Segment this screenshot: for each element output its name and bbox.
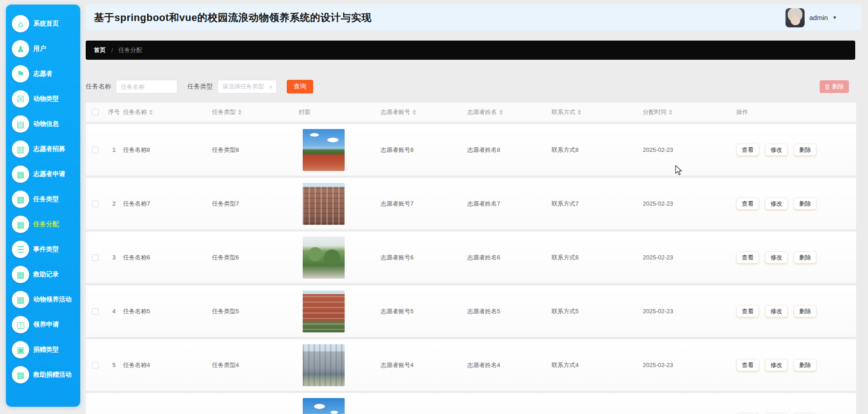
- sidebar-item-label: 救助记录: [33, 270, 59, 279]
- cell-volunteer-account: 志愿者账号7: [381, 200, 467, 208]
- view-button[interactable]: 查看: [736, 305, 759, 317]
- task-type-label: 任务类型: [187, 83, 213, 91]
- row-checkbox[interactable]: [92, 147, 98, 153]
- sidebar-item-动物领养活动[interactable]: ▦动物领养活动: [6, 287, 80, 312]
- column-header-contact[interactable]: 联系方式: [552, 108, 643, 116]
- cell-volunteer-account: 志愿者账号8: [381, 146, 467, 154]
- cell-volunteer-name: 志愿者姓名7: [467, 200, 552, 208]
- cell-assign-date: 2025-02-23: [643, 362, 729, 368]
- sort-desc-icon: [669, 113, 672, 115]
- cell-actions: 查看修改删除: [729, 305, 856, 317]
- task-name-label: 任务名称: [86, 83, 111, 91]
- edit-button[interactable]: 修改: [765, 197, 788, 210]
- sidebar-item-志愿者[interactable]: ⚑志愿者: [6, 61, 80, 86]
- delete-button[interactable]: 删除: [794, 251, 816, 264]
- edit-button[interactable]: 修改: [765, 144, 788, 156]
- sort-desc-icon: [499, 113, 503, 115]
- edit-button[interactable]: 修改: [765, 359, 788, 371]
- cell-index: 2: [105, 200, 123, 207]
- sidebar-item-救助捐赠活动[interactable]: ▦救助捐赠活动: [6, 362, 80, 387]
- sort-icon[interactable]: [149, 109, 153, 115]
- cover-image: [303, 183, 345, 225]
- row-checkbox-cell: [86, 362, 105, 368]
- sidebar-item-动物信息[interactable]: ▤动物信息: [6, 111, 80, 136]
- sidebar-item-志愿者申请[interactable]: ▦志愿者申请: [6, 161, 80, 186]
- task-name-input[interactable]: [116, 80, 177, 93]
- sidebar-item-动物类型[interactable]: ☒动物类型: [6, 86, 80, 111]
- sidebar-item-领养申请[interactable]: ◫领养申请: [6, 312, 80, 337]
- cell-task-name: 任务名称8: [123, 146, 212, 154]
- sidebar-item-捐赠类型[interactable]: ▣捐赠类型: [6, 337, 80, 362]
- table-row: 6任务名称3任务类型3志愿者账号3志愿者姓名3联系方式32025-02-23查看…: [86, 393, 856, 414]
- search-button[interactable]: 查询: [287, 80, 313, 93]
- column-header-type[interactable]: 任务类型: [212, 108, 299, 116]
- grid-icon: ▦: [12, 291, 29, 308]
- column-header-label: 联系方式: [552, 108, 575, 116]
- sort-icon[interactable]: [238, 109, 242, 115]
- column-header-person[interactable]: 志愿者姓名: [467, 108, 552, 116]
- delete-button[interactable]: 删除: [794, 359, 816, 371]
- view-button[interactable]: 查看: [736, 197, 759, 210]
- row-checkbox[interactable]: [92, 201, 98, 207]
- sort-icon[interactable]: [669, 109, 672, 115]
- main-content: 基于springboot和vue的校园流浪动物领养系统的设计与实现 admin …: [86, 0, 862, 414]
- row-checkbox-cell: [86, 254, 105, 261]
- sidebar-item-救助记录[interactable]: ▦救助记录: [6, 262, 80, 287]
- batch-delete-label: 删除: [832, 83, 844, 91]
- select-all-checkbox[interactable]: [92, 109, 98, 115]
- filter-bar: 任务名称 任务类型 请选择任务类型 ∨ 查询 删除: [86, 79, 862, 94]
- sort-asc-icon: [238, 109, 242, 112]
- clipboard-x-icon: ☒: [12, 90, 29, 108]
- table-row: 5任务名称4任务类型4志愿者账号4志愿者姓名4联系方式42025-02-23查看…: [86, 339, 856, 391]
- sidebar-item-志愿者招募[interactable]: ▥志愿者招募: [6, 136, 80, 161]
- cell-contact: 联系方式5: [552, 307, 643, 316]
- sort-icon[interactable]: [578, 109, 581, 115]
- user-menu[interactable]: admin ▼: [785, 8, 853, 27]
- view-button[interactable]: 查看: [736, 251, 759, 264]
- sidebar-item-任务分配[interactable]: ▦任务分配: [6, 212, 80, 237]
- sort-icon[interactable]: [413, 109, 416, 115]
- column-header-label: 封面: [299, 108, 310, 116]
- trash-icon: [825, 84, 830, 90]
- breadcrumb: 首页 / 任务分配: [86, 41, 855, 60]
- edit-button[interactable]: 修改: [765, 305, 788, 317]
- column-header-label: 操作: [736, 108, 748, 116]
- sidebar: ⌂系统首页♟用户⚑志愿者☒动物类型▤动物信息▥志愿者招募▦志愿者申请▩任务类型▦…: [6, 5, 80, 407]
- sort-desc-icon: [413, 113, 416, 115]
- avatar: [785, 8, 805, 27]
- sort-asc-icon: [499, 109, 503, 112]
- sidebar-item-系统首页[interactable]: ⌂系统首页: [6, 11, 80, 36]
- sort-asc-icon: [669, 109, 672, 112]
- sidebar-item-用户[interactable]: ♟用户: [6, 36, 80, 61]
- sidebar-item-label: 捐赠类型: [33, 346, 59, 354]
- column-header-name[interactable]: 任务名称: [123, 108, 212, 116]
- briefcase-icon: ▩: [12, 191, 29, 208]
- table-body: 1任务名称8任务类型8志愿者账号8志愿者姓名8联系方式82025-02-23查看…: [86, 124, 862, 414]
- sidebar-item-任务类型[interactable]: ▩任务类型: [6, 186, 80, 212]
- column-header-account[interactable]: 志愿者账号: [381, 108, 467, 116]
- batch-delete-button[interactable]: 删除: [820, 80, 849, 93]
- edit-button[interactable]: 修改: [765, 251, 788, 264]
- task-type-select[interactable]: 请选择任务类型 ∨: [217, 80, 277, 93]
- sidebar-item-label: 系统首页: [33, 20, 59, 28]
- row-checkbox[interactable]: [92, 254, 98, 261]
- row-checkbox[interactable]: [92, 308, 98, 315]
- cell-task-name: 任务名称7: [123, 200, 212, 208]
- sidebar-item-事件类型[interactable]: ☰事件类型: [6, 237, 80, 262]
- cell-index: 1: [105, 146, 123, 153]
- breadcrumb-home[interactable]: 首页: [94, 46, 106, 54]
- delete-button[interactable]: 删除: [794, 144, 816, 156]
- column-header-date[interactable]: 分配时间: [643, 108, 729, 116]
- row-checkbox[interactable]: [92, 362, 98, 368]
- view-button[interactable]: 查看: [736, 359, 759, 371]
- view-button[interactable]: 查看: [736, 144, 759, 156]
- delete-button[interactable]: 删除: [794, 305, 816, 317]
- column-header-index: 序号: [105, 108, 123, 116]
- cell-task-name: 任务名称4: [123, 361, 212, 369]
- delete-button[interactable]: 删除: [794, 197, 816, 210]
- cell-assign-date: 2025-02-23: [643, 200, 729, 207]
- ticket-icon: ▣: [12, 341, 29, 358]
- grid-icon: ▦: [12, 166, 29, 183]
- screen-icon: ▥: [12, 140, 29, 158]
- sort-icon[interactable]: [499, 109, 503, 115]
